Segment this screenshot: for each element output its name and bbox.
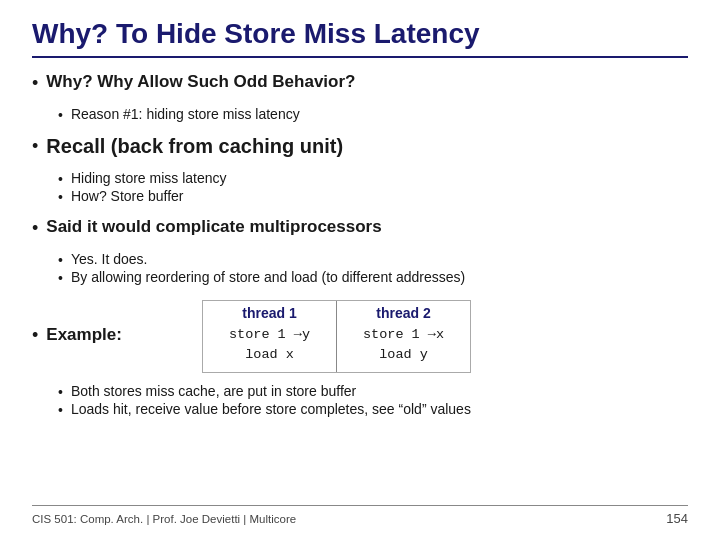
footer-right: 154	[666, 511, 688, 526]
sub-dot-3-2: •	[58, 270, 63, 286]
sub-dot-1-1: •	[58, 107, 63, 123]
example-label-area: • Example:	[32, 324, 192, 348]
sub-bullet-2-2: • How? Store buffer	[58, 188, 688, 205]
sub-bullet-3-1: • Yes. It does.	[58, 251, 688, 268]
example-sub-2: • Loads hit, receive value before store …	[58, 401, 688, 418]
sub-bullet-1-1: • Reason #1: hiding store miss latency	[58, 106, 688, 123]
slide-title: Why? To Hide Store Miss Latency	[32, 18, 688, 58]
thread-1-line2: load x	[245, 347, 294, 362]
sub-bullets-2: • Hiding store miss latency • How? Store…	[58, 170, 688, 205]
example-bullet: • Example:	[32, 324, 122, 346]
bullet-text-1: Why? Why Allow Such Odd Behavior?	[46, 72, 355, 92]
example-dot: •	[32, 325, 38, 346]
example-row: • Example: thread 1 store 1 →y load x th…	[32, 300, 688, 373]
example-sub-text-1: Both stores miss cache, are put in store…	[71, 383, 356, 399]
sub-text-2-1: Hiding store miss latency	[71, 170, 227, 186]
thread-1-line1: store 1 →y	[229, 327, 310, 342]
thread-2-col: thread 2 store 1 →x load y	[336, 301, 470, 372]
thread-2-line2: load y	[379, 347, 428, 362]
sub-text-1-1: Reason #1: hiding store miss latency	[71, 106, 300, 122]
thread-2-body: store 1 →x load y	[349, 323, 458, 368]
footer: CIS 501: Comp. Arch. | Prof. Joe Deviett…	[32, 505, 688, 526]
thread-2-header: thread 2	[376, 305, 430, 321]
bullet-dot-1: •	[32, 73, 38, 94]
sub-dot-3-1: •	[58, 252, 63, 268]
bullet-3: • Said it would complicate multiprocesso…	[32, 217, 688, 239]
bullet-1: • Why? Why Allow Such Odd Behavior?	[32, 72, 688, 94]
example-sub-text-2: Loads hit, receive value before store co…	[71, 401, 471, 417]
sub-bullet-3-2: • By allowing reordering of store and lo…	[58, 269, 688, 286]
bullet-2: • Recall (back from caching unit)	[32, 135, 688, 158]
thread-1-body: store 1 →y load x	[215, 323, 324, 368]
slide: Why? To Hide Store Miss Latency • Why? W…	[0, 0, 720, 540]
sub-bullets-3: • Yes. It does. • By allowing reordering…	[58, 251, 688, 286]
example-sub-dot-2: •	[58, 402, 63, 418]
sub-bullet-2-1: • Hiding store miss latency	[58, 170, 688, 187]
thread-1-col: thread 1 store 1 →y load x	[203, 301, 336, 372]
example-sub-bullets: • Both stores miss cache, are put in sto…	[58, 383, 688, 418]
example-sub-1: • Both stores miss cache, are put in sto…	[58, 383, 688, 400]
thread-1-header: thread 1	[242, 305, 296, 321]
example-label-text: Example:	[46, 325, 122, 345]
thread-2-line1: store 1 →x	[363, 327, 444, 342]
bullet-text-3: Said it would complicate multiprocessors	[46, 217, 381, 237]
sub-bullets-1: • Reason #1: hiding store miss latency	[58, 106, 688, 123]
bullet-dot-3: •	[32, 218, 38, 239]
bullet-dot-2: •	[32, 136, 38, 157]
example-sub-dot-1: •	[58, 384, 63, 400]
sub-text-2-2: How? Store buffer	[71, 188, 184, 204]
sub-dot-2-1: •	[58, 171, 63, 187]
bullet-text-2: Recall (back from caching unit)	[46, 135, 343, 158]
sub-text-3-2: By allowing reordering of store and load…	[71, 269, 465, 285]
slide-content: • Why? Why Allow Such Odd Behavior? • Re…	[32, 72, 688, 505]
thread-table: thread 1 store 1 →y load x thread 2 stor…	[202, 300, 471, 373]
sub-dot-2-2: •	[58, 189, 63, 205]
sub-text-3-1: Yes. It does.	[71, 251, 148, 267]
footer-left: CIS 501: Comp. Arch. | Prof. Joe Deviett…	[32, 513, 296, 525]
